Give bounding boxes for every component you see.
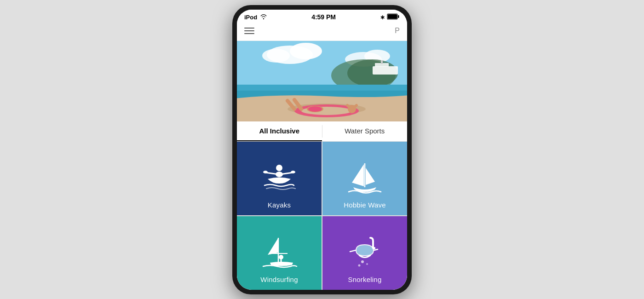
hero-image	[237, 41, 407, 121]
nav-bar: P	[237, 23, 407, 41]
activity-grid: Kayaks Hobbie Wave	[237, 142, 407, 290]
card-windsurfing-label: Windsurfing	[260, 276, 298, 283]
tab-water-sports[interactable]: Water Sports	[322, 121, 408, 141]
status-right: ∗	[380, 13, 400, 21]
svg-point-41	[366, 263, 368, 265]
sailing-icon	[346, 160, 383, 196]
tab-bar: All Inclusive Water Sports	[237, 121, 407, 142]
snorkel-icon	[346, 234, 383, 271]
svg-rect-1	[388, 14, 397, 19]
svg-point-6	[262, 49, 290, 63]
svg-point-5	[290, 43, 322, 59]
svg-line-39	[374, 249, 378, 250]
svg-point-23	[308, 106, 322, 112]
svg-point-42	[358, 264, 361, 266]
time-display: 4:59 PM	[311, 13, 336, 21]
windsurf-icon	[261, 234, 298, 271]
card-hobbie-wave-label: Hobbie Wave	[344, 201, 386, 209]
card-kayaks[interactable]: Kayaks	[237, 142, 322, 215]
kayak-icon	[261, 160, 298, 196]
status-bar: iPod 4:59 PM ∗	[237, 10, 407, 23]
card-snorkeling[interactable]: Snorkeling	[322, 216, 407, 290]
bluetooth-icon: ∗	[380, 14, 385, 21]
svg-rect-13	[381, 60, 383, 64]
svg-rect-2	[398, 15, 399, 18]
svg-line-38	[350, 250, 356, 252]
wifi-icon	[260, 14, 267, 21]
status-left: iPod	[244, 14, 267, 21]
svg-point-26	[276, 165, 282, 171]
card-hobbie-wave[interactable]: Hobbie Wave	[322, 142, 407, 215]
hamburger-line-3	[244, 33, 254, 34]
phone-device: iPod 4:59 PM ∗	[232, 5, 412, 294]
menu-button[interactable]	[244, 28, 254, 34]
svg-point-40	[361, 260, 364, 263]
phone-screen: iPod 4:59 PM ∗	[237, 10, 407, 290]
card-kayaks-label: Kayaks	[268, 201, 291, 209]
device-label: iPod	[244, 14, 257, 21]
profile-button[interactable]: P	[395, 27, 400, 35]
svg-rect-11	[373, 66, 398, 75]
tab-all-inclusive[interactable]: All Inclusive	[237, 121, 322, 141]
hamburger-line-2	[244, 30, 254, 31]
card-snorkeling-label: Snorkeling	[348, 276, 382, 283]
svg-point-31	[291, 171, 295, 173]
svg-point-29	[263, 171, 268, 173]
hamburger-line-1	[244, 28, 254, 29]
card-windsurfing[interactable]: Windsurfing	[237, 216, 322, 290]
battery-icon	[387, 13, 400, 21]
